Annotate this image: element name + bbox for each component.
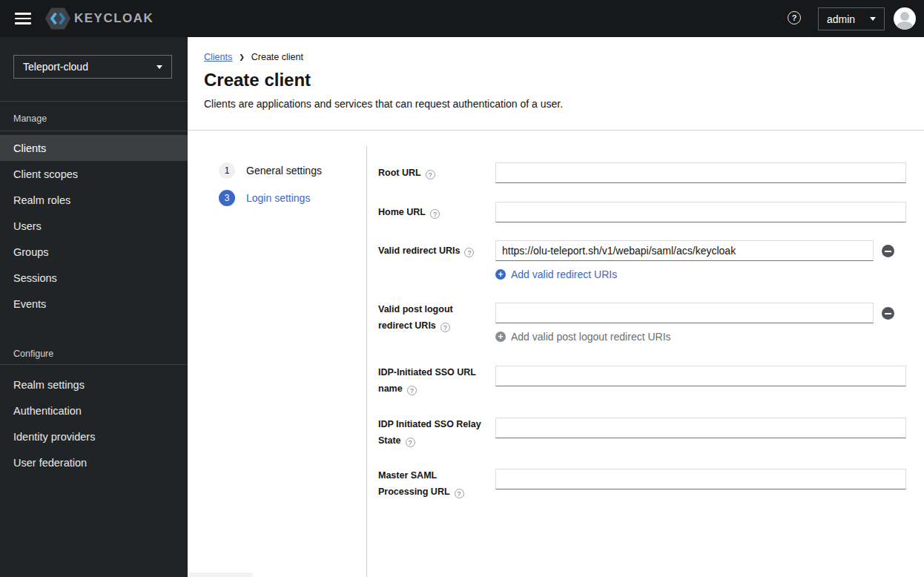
help-icon[interactable] bbox=[426, 170, 435, 179]
valid-redirect-uri-input[interactable] bbox=[495, 240, 874, 261]
user-menu-label: admin bbox=[827, 13, 855, 25]
realm-selector-value: Teleport-cloud bbox=[23, 61, 88, 73]
wizard-step-login-settings[interactable]: 3 Login settings bbox=[219, 190, 310, 206]
keycloak-logo[interactable]: KEYCLOAK bbox=[44, 4, 154, 33]
add-valid-redirect-uris-button[interactable]: Add valid redirect URIs bbox=[495, 268, 617, 280]
breadcrumb-current: Create client bbox=[251, 52, 303, 62]
user-menu-dropdown[interactable]: admin bbox=[818, 7, 885, 30]
realm-selector-dropdown[interactable]: Teleport-cloud bbox=[13, 55, 172, 79]
home-url-input[interactable] bbox=[495, 202, 906, 222]
sidebar-item-groups[interactable]: Groups bbox=[0, 239, 188, 265]
help-icon[interactable] bbox=[430, 209, 440, 219]
master-saml-processing-url-input[interactable] bbox=[495, 469, 906, 489]
wizard-step-general-settings[interactable]: 1 General settings bbox=[219, 162, 322, 179]
keycloak-hexagon-icon bbox=[44, 6, 71, 31]
chevron-down-icon bbox=[870, 17, 876, 21]
breadcrumb-chevron-icon bbox=[239, 53, 245, 61]
help-icon[interactable] bbox=[440, 323, 450, 332]
hamburger-icon bbox=[15, 13, 31, 15]
nav-section-manage: Manage bbox=[13, 113, 47, 124]
configure-nav-group: Realm settings Authentication Identity p… bbox=[0, 372, 188, 475]
help-icon[interactable] bbox=[406, 438, 415, 447]
sidebar-divider bbox=[0, 101, 188, 102]
sidebar-divider bbox=[0, 131, 188, 131]
help-icon[interactable] bbox=[455, 489, 464, 498]
sidebar-item-sessions[interactable]: Sessions bbox=[0, 265, 188, 291]
page-description: Clients are applications and services th… bbox=[204, 98, 563, 110]
breadcrumb: Clients Create client bbox=[204, 52, 303, 62]
brand-text: KEYCLOAK bbox=[74, 11, 154, 26]
field-label-valid-post-logout-redirect-uris: Valid post logout redirect URIs bbox=[378, 301, 488, 334]
step-number-badge: 3 bbox=[219, 190, 235, 206]
valid-post-logout-redirect-uri-input[interactable] bbox=[495, 303, 874, 323]
avatar[interactable] bbox=[894, 7, 916, 30]
keycloak-admin-console: KEYCLOAK admin Teleport-cloud Manage Cli… bbox=[0, 0, 924, 577]
sidebar-item-clients[interactable]: Clients bbox=[0, 135, 188, 161]
section-divider bbox=[188, 130, 924, 131]
field-label-idp-initiated-sso-url-name: IDP-Initiated SSO URL name bbox=[378, 364, 488, 397]
plus-circle-icon bbox=[495, 269, 506, 280]
minus-circle-icon bbox=[885, 251, 891, 252]
nav-section-configure: Configure bbox=[13, 349, 53, 359]
masthead: KEYCLOAK admin bbox=[0, 0, 924, 37]
add-valid-post-logout-redirect-uris-button[interactable]: Add valid post logout redirect URIs bbox=[495, 331, 671, 343]
page-title: Create client bbox=[204, 70, 311, 90]
wizard-form-divider bbox=[366, 146, 367, 577]
sidebar-item-users[interactable]: Users bbox=[0, 213, 188, 239]
chevron-down-icon bbox=[156, 65, 162, 69]
sidebar-item-user-federation[interactable]: User federation bbox=[0, 449, 188, 475]
nav-toggle-button[interactable] bbox=[15, 13, 31, 24]
field-label-master-saml-processing-url: Master SAML Processing URL bbox=[378, 467, 488, 500]
idp-initiated-sso-url-name-input[interactable] bbox=[495, 366, 906, 386]
step-label: Login settings bbox=[246, 192, 310, 204]
manage-nav-group: Clients Client scopes Realm roles Users … bbox=[0, 135, 188, 317]
sidebar-item-authentication[interactable]: Authentication bbox=[0, 398, 188, 423]
step-label: General settings bbox=[246, 165, 322, 177]
sidebar-item-client-scopes[interactable]: Client scopes bbox=[0, 161, 188, 187]
minus-circle-icon bbox=[885, 313, 891, 314]
breadcrumb-clients-link[interactable]: Clients bbox=[204, 52, 232, 62]
sidebar-item-realm-settings[interactable]: Realm settings bbox=[0, 372, 188, 398]
idp-initiated-sso-relay-state-input[interactable] bbox=[495, 418, 906, 438]
help-icon[interactable] bbox=[464, 248, 474, 257]
field-label-root-url: Root URL bbox=[378, 165, 488, 181]
help-icon[interactable] bbox=[788, 11, 801, 24]
root-url-input[interactable] bbox=[495, 162, 906, 183]
sidebar-item-identity-providers[interactable]: Identity providers bbox=[0, 423, 188, 449]
field-label-valid-redirect-uris: Valid redirect URIs bbox=[378, 243, 488, 259]
main-content: Clients Create client Create client Clie… bbox=[188, 37, 924, 577]
sidebar-divider bbox=[0, 364, 188, 365]
step-number-badge: 1 bbox=[219, 162, 235, 179]
sidebar-item-realm-roles[interactable]: Realm roles bbox=[0, 187, 188, 213]
remove-redirect-uri-button[interactable] bbox=[882, 245, 894, 257]
help-icon[interactable] bbox=[407, 386, 417, 395]
remove-post-logout-uri-button[interactable] bbox=[882, 307, 894, 320]
plus-circle-icon bbox=[495, 332, 506, 342]
sidebar: Teleport-cloud Manage Clients Client sco… bbox=[0, 37, 188, 577]
sidebar-item-events[interactable]: Events bbox=[0, 291, 188, 317]
user-avatar-icon bbox=[900, 12, 909, 21]
field-label-home-url: Home URL bbox=[378, 204, 488, 220]
field-label-idp-initiated-sso-relay-state: IDP Initiated SSO Relay State bbox=[378, 416, 488, 449]
footer-button-peek bbox=[189, 573, 253, 577]
